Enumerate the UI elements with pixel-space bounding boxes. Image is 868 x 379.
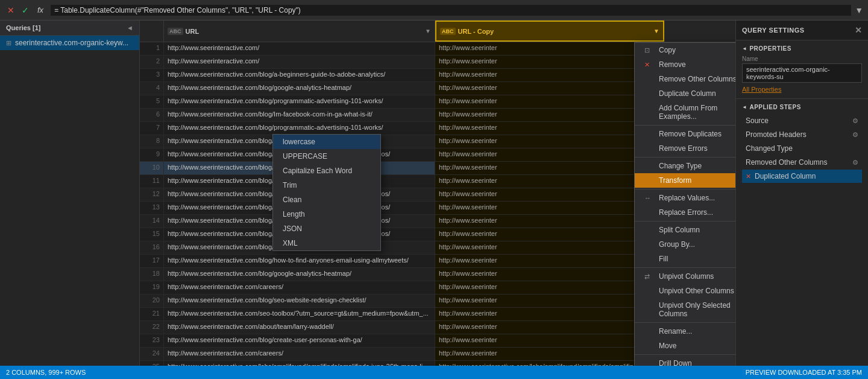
step-delete-icon[interactable]: ✕ — [746, 173, 751, 180]
col-header-url-copy[interactable]: ABC URL - Copy ▼ — [435, 21, 664, 42]
url-cell: http://www.seerinteractive.com/blog/Im-f… — [164, 109, 435, 121]
menu-label-fill: Fill — [659, 255, 668, 263]
step-changed_type[interactable]: Changed Type — [742, 142, 862, 155]
context-menu-item-split_column[interactable]: Split Column ▶ — [635, 223, 735, 237]
submenu-label-clean: Clean — [283, 196, 301, 204]
context-menu-item-fill[interactable]: Fill ▶ — [635, 252, 735, 266]
step-promoted_headers[interactable]: Promoted Headers⚙ — [742, 128, 862, 141]
url-copy-cell: http://www.seerinter — [435, 348, 664, 360]
sidebar-title: Queries [1] — [6, 24, 40, 31]
submenu-label-xml: XML — [283, 239, 298, 247]
qs-close-btn[interactable]: ✕ — [855, 25, 863, 35]
step-duplicated_column[interactable]: ✕Duplicated Column — [742, 170, 862, 183]
row-number: 21 — [140, 308, 164, 320]
menu-label-unpivot_other_columns: Unpivot Other Columns — [659, 287, 734, 295]
submenu-item-clean[interactable]: Clean — [273, 193, 380, 207]
context-menu-item-unpivot_columns[interactable]: ⇄ Unpivot Columns — [635, 269, 735, 284]
url-copy-cell: http://www.seerinter — [435, 42, 664, 55]
url-filter-btn[interactable]: ▼ — [425, 28, 431, 34]
row-number: 1 — [140, 42, 164, 55]
row-number: 6 — [140, 109, 164, 121]
context-menu-item-replace_errors[interactable]: Replace Errors... — [635, 205, 735, 220]
context-menu-item-move[interactable]: Move ▶ — [635, 339, 735, 353]
step-gear-icon-source[interactable]: ⚙ — [852, 117, 858, 125]
context-menu-item-remove[interactable]: ✕ Remove — [635, 57, 735, 72]
row-number: 23 — [140, 334, 164, 347]
menu-label-transform: Transform — [659, 176, 691, 185]
context-menu-item-remove_other_columns[interactable]: Remove Other Columns — [635, 72, 735, 86]
submenu-label-uppercase: UPPERCASE — [283, 152, 327, 161]
submenu-label-capitalize_each_word: Capitalize Each Word — [283, 167, 352, 175]
formula-dropdown-icon[interactable]: ▼ — [855, 5, 863, 15]
url-copy-filter-btn[interactable]: ▼ — [653, 28, 659, 34]
context-menu-item-change_type[interactable]: Change Type ▶ — [635, 159, 735, 173]
menu-label-remove_duplicates: Remove Duplicates — [659, 130, 722, 138]
context-menu-item-duplicate_column[interactable]: Duplicate Column — [635, 86, 735, 101]
col-header-url[interactable]: ABC URL ▼ — [164, 21, 435, 42]
submenu-item-lowercase[interactable]: lowercase — [273, 135, 380, 149]
context-menu-item-replace_values[interactable]: ↔ Replace Values... — [635, 191, 735, 205]
row-number: 3 — [140, 69, 164, 81]
grid-header: ABC URL ▼ ABC URL - Copy ▼ — [140, 21, 735, 42]
context-menu-item-transform[interactable]: Transform ▶ — [635, 173, 735, 188]
menu-label-unpivot_columns: Unpivot Columns — [659, 272, 714, 281]
submenu-item-length[interactable]: Length — [273, 207, 380, 221]
qs-properties-section: PROPERTIES Name seerinteractive.com-orga… — [736, 40, 868, 99]
row-number: 19 — [140, 281, 164, 294]
step-gear-icon-promoted_headers[interactable]: ⚙ — [852, 131, 858, 139]
context-menu-item-group_by[interactable]: Group By... — [635, 237, 735, 252]
step-gear-icon-removed_other_columns[interactable]: ⚙ — [852, 159, 858, 167]
cancel-icon[interactable]: ✕ — [5, 4, 17, 16]
row-number: 14 — [140, 215, 164, 228]
submenu-item-uppercase[interactable]: UPPERCASE — [273, 149, 380, 164]
context-menu-item-unpivot_other_columns[interactable]: Unpivot Other Columns — [635, 284, 735, 298]
table-icon: ⊞ — [6, 39, 11, 47]
applied-steps-title: APPLIED STEPS — [742, 104, 862, 110]
qs-name-value[interactable]: seerinteractive.com-organic-keywords-su — [742, 63, 862, 83]
sidebar-collapse-icon[interactable]: ◄ — [127, 24, 133, 31]
context-menu-item-remove_duplicates[interactable]: Remove Duplicates — [635, 127, 735, 141]
context-menu-item-unpivot_only_selected[interactable]: Unpivot Only Selected Columns — [635, 298, 735, 321]
step-removed_other_columns[interactable]: Removed Other Columns⚙ — [742, 156, 862, 169]
submenu-label-trim: Trim — [283, 181, 297, 190]
submenu-item-xml[interactable]: XML — [273, 236, 380, 250]
context-menu-item-copy[interactable]: ⊡ Copy — [635, 43, 735, 57]
submenu-item-json[interactable]: JSON — [273, 221, 380, 236]
menu-label-change_type: Change Type — [659, 162, 702, 170]
submenu-item-trim[interactable]: Trim — [273, 178, 380, 193]
url-cell: http://www.seerinteractive.com/about/tea… — [164, 321, 435, 334]
url-col-label: URL — [186, 28, 200, 35]
row-number: 13 — [140, 202, 164, 214]
url-copy-cell: http://www.seerinter — [435, 228, 664, 241]
formula-input[interactable] — [51, 5, 851, 16]
url-copy-cell: http://www.seerinter — [435, 308, 664, 320]
row-number: 18 — [140, 268, 164, 281]
context-menu-item-add_column_from_examples[interactable]: Add Column From Examples... — [635, 101, 735, 124]
step-source[interactable]: Source⚙ — [742, 114, 862, 127]
url-cell: http://www.seerinteractive.com/blog/goog… — [164, 268, 435, 281]
data-area: ABC URL ▼ ABC URL - Copy ▼ 1 http://www.… — [140, 21, 735, 366]
menu-icon-remove: ✕ — [644, 61, 654, 69]
url-type-icon: ABC — [168, 28, 183, 35]
submenu-item-capitalize_each_word[interactable]: Capitalize Each Word — [273, 164, 380, 178]
confirm-icon[interactable]: ✓ — [19, 4, 31, 16]
url-cell: http://www.seerinteractive.com/blog/seo-… — [164, 295, 435, 307]
context-menu-item-remove_errors[interactable]: Remove Errors — [635, 141, 735, 156]
url-cell: http://www.seerinteractive.com/blog/crea… — [164, 334, 435, 347]
url-copy-cell: http://www.seerinter — [435, 162, 664, 174]
menu-icon-unpivot_columns: ⇄ — [644, 273, 654, 281]
sidebar-header: Queries [1] ◄ — [0, 21, 139, 36]
sidebar: Queries [1] ◄ ⊞ seerinteractive.com-orga… — [0, 21, 140, 366]
menu-label-group_by: Group By... — [659, 240, 695, 249]
sidebar-item-query[interactable]: ⊞ seerinteractive.com-organic-keyw... — [0, 36, 139, 50]
url-copy-cell: http://www.seerinter — [435, 188, 664, 201]
step-label-source: Source — [746, 116, 769, 125]
context-menu-item-drill_down[interactable]: Drill Down — [635, 356, 735, 366]
row-number: 12 — [140, 188, 164, 201]
step-label-promoted_headers: Promoted Headers — [746, 130, 807, 139]
url-copy-cell: http://www.seerinteractive.com/labs/ampl… — [435, 361, 664, 366]
row-number: 15 — [140, 228, 164, 241]
url-cell: http://www.seerinteractive.com/labs/ampl… — [164, 361, 435, 366]
qs-all-properties-link[interactable]: All Properties — [742, 86, 781, 93]
context-menu-item-rename[interactable]: Rename... — [635, 324, 735, 339]
